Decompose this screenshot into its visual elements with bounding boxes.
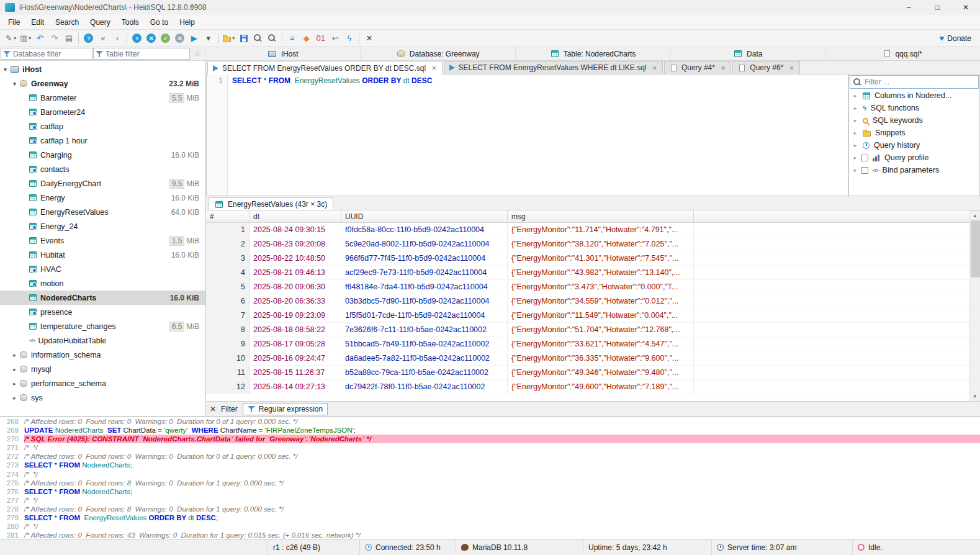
tree-item-hubitat[interactable]: Hubitat16.0 KiB bbox=[0, 248, 205, 262]
helper-item-sql-keywords[interactable]: ▸SQL keywords bbox=[849, 114, 979, 127]
cell-uuid[interactable]: b52a88cc-79ca-11f0-b5ae-0242ac110002 bbox=[341, 366, 508, 379]
cell-dt[interactable]: 2025-08-18 08:58:22 bbox=[249, 323, 341, 336]
cell-dt[interactable]: 2025-08-20 06:36:33 bbox=[249, 294, 341, 308]
chevron-right-icon[interactable]: ▸ bbox=[852, 155, 858, 161]
tree-item-events[interactable]: Events1.5MiB bbox=[0, 233, 205, 248]
find-text-button[interactable] bbox=[251, 31, 265, 46]
cell-row-number[interactable]: 9 bbox=[206, 337, 249, 351]
tree-item-sys[interactable]: ▸sys bbox=[0, 390, 205, 405]
tree-item-barometer[interactable]: Barometer5.5MiB bbox=[0, 91, 205, 105]
cell-uuid[interactable]: 5c9e20ad-8002-11f0-b5d9-0242ac110004 bbox=[341, 237, 508, 251]
tab-database-greenway[interactable]: Database: Greenway bbox=[360, 47, 515, 60]
helper-item-columns-in-nodered[interactable]: ▸Columns in Nodered... bbox=[849, 89, 979, 102]
tree-collapsed-icon[interactable]: ▸ bbox=[11, 395, 19, 401]
table-filter[interactable] bbox=[93, 48, 190, 60]
cell-msg[interactable]: {"EnergyMonitor":"11.549","Hotwater":"0.… bbox=[508, 309, 694, 322]
tree-item-updatehubitattable[interactable]: </>UpdateHubitatTable bbox=[0, 333, 205, 348]
cell-row-number[interactable]: 1 bbox=[206, 223, 249, 237]
query-tab-select-from-energyresetvalues-order-by-dt-desc-sql[interactable]: SELECT FROM EnergyResetValues ORDER BY d… bbox=[207, 61, 443, 74]
chevron-right-icon[interactable]: ▸ bbox=[852, 167, 858, 173]
cell-row-number[interactable]: 2 bbox=[206, 237, 249, 251]
helper-item-query-profile[interactable]: ▸Query profile bbox=[849, 151, 979, 164]
close-icon[interactable]: ✕ bbox=[951, 0, 980, 15]
tree-item-greenway[interactable]: ▾Greenway23.2 MiB bbox=[0, 76, 205, 91]
helper-filter-box[interactable] bbox=[850, 75, 979, 89]
goto-prev-button[interactable]: ‹ bbox=[110, 31, 124, 46]
cell-msg[interactable]: {"EnergyMonitor":"43.982","Hotwater":"13… bbox=[508, 266, 694, 279]
table-row[interactable]: 112025-08-15 11:26:37b52a88cc-79ca-11f0-… bbox=[206, 366, 969, 380]
cell-row-number[interactable]: 10 bbox=[206, 351, 249, 365]
cell-row-number[interactable]: 8 bbox=[206, 323, 249, 336]
replace-text-button[interactable] bbox=[265, 31, 279, 46]
tree-expanded-icon[interactable]: ▾ bbox=[1, 66, 9, 73]
menu-edit[interactable]: Edit bbox=[25, 16, 50, 29]
cell-dt[interactable]: 2025-08-17 09:05:28 bbox=[249, 337, 341, 351]
chevron-right-icon[interactable]: ▸ bbox=[852, 117, 858, 124]
checkbox-icon[interactable] bbox=[861, 167, 868, 174]
table-row[interactable]: 52025-08-20 09:06:30f648184e-7da4-11f0-b… bbox=[206, 280, 969, 294]
cell-dt[interactable]: 2025-08-22 10:48:50 bbox=[249, 251, 341, 265]
tree-item-presence[interactable]: presence bbox=[0, 305, 205, 319]
post-edits-button[interactable]: ✓ bbox=[158, 31, 173, 46]
tree-item-catflap[interactable]: catflap bbox=[0, 119, 205, 133]
tab-qqq-sql[interactable]: qqq.sql* bbox=[825, 47, 980, 60]
helper-filter-input[interactable] bbox=[865, 78, 975, 86]
cell-dt[interactable]: 2025-08-21 09:46:13 bbox=[249, 266, 341, 279]
chevron-right-icon[interactable]: ▸ bbox=[852, 130, 858, 136]
cell-dt[interactable]: 2025-08-15 11:26:37 bbox=[249, 366, 341, 379]
query-tab-select-from-energyresetvalues-where-dt-like-sql[interactable]: SELECT FROM EnergyResetValues WHERE dt L… bbox=[444, 61, 663, 74]
cell-uuid[interactable]: 966f6d77-7f45-11f0-b5d9-0242ac110004 bbox=[341, 251, 508, 265]
cell-uuid[interactable]: acf29ec9-7e73-11f0-b5d9-0242ac110004 bbox=[341, 266, 508, 279]
cell-uuid[interactable]: 7e3626f6-7c11-11f0-b5ae-0242ac110002 bbox=[341, 323, 508, 336]
tree-item-mysql[interactable]: ▸mysql bbox=[0, 362, 205, 376]
query-tab-query-6[interactable]: Query #6*✕ bbox=[732, 61, 799, 74]
tree-item-dailyenergychart[interactable]: DailyEnergyChart9.5MiB bbox=[0, 176, 205, 191]
minimize-icon[interactable]: – bbox=[894, 0, 923, 15]
table-row[interactable]: 102025-08-16 09:24:47da6adee5-7a82-11f0-… bbox=[206, 351, 969, 366]
cell-msg[interactable]: {"EnergyMonitor":"51.704","Hotwater":"12… bbox=[508, 323, 694, 336]
tree-item-noderedcharts[interactable]: NoderedCharts16.0 KiB bbox=[0, 291, 205, 305]
tree-item-energy[interactable]: Energy16.0 KiB bbox=[0, 191, 205, 205]
menu-file[interactable]: File bbox=[2, 16, 25, 29]
cell-dt[interactable]: 2025-08-16 09:24:47 bbox=[249, 351, 341, 365]
sql-editor[interactable]: 1 SELECT * FROM EnergyResetValues ORDER … bbox=[206, 74, 848, 196]
helper-item-sql-functions[interactable]: ▸ϟSQL functions bbox=[849, 102, 979, 114]
tree-item-hvac[interactable]: HVAC bbox=[0, 262, 205, 276]
checkbox-icon[interactable] bbox=[861, 155, 868, 161]
cell-row-number[interactable]: 4 bbox=[206, 266, 249, 279]
table-row[interactable]: 72025-08-19 09:23:091f5f5d01-7cde-11f0-b… bbox=[206, 309, 969, 323]
cell-uuid[interactable]: 1f5f5d01-7cde-11f0-b5d9-0242ac110004 bbox=[341, 309, 508, 322]
cell-dt[interactable]: 2025-08-24 09:30:15 bbox=[249, 223, 341, 237]
tree-expanded-icon[interactable]: ▾ bbox=[11, 81, 19, 87]
maximize-icon[interactable]: □ bbox=[923, 0, 951, 15]
print-button[interactable]: ▤ bbox=[61, 31, 76, 46]
helper-item-query-history[interactable]: ▸Query history bbox=[849, 139, 979, 151]
clear-log-button[interactable]: ✕ bbox=[362, 31, 376, 46]
cell-uuid[interactable]: f0fdc58a-80cc-11f0-b5d9-0242ac110004 bbox=[341, 223, 508, 237]
cell-msg[interactable]: {"EnergyMonitor":"34.559","Hotwater":"0.… bbox=[508, 294, 694, 308]
cell-uuid[interactable]: dc79422f-78f0-11f0-b5ae-0242ac110002 bbox=[341, 380, 508, 394]
cell-dt[interactable]: 2025-08-23 09:20:08 bbox=[249, 237, 341, 251]
table-filter-input[interactable] bbox=[106, 50, 187, 58]
favorites-star-icon[interactable]: ☆ bbox=[190, 47, 205, 60]
column-header-row-number[interactable]: # bbox=[206, 210, 249, 222]
close-tab-icon[interactable]: ✕ bbox=[721, 65, 726, 71]
redo-button[interactable]: ↷ bbox=[47, 31, 61, 46]
menu-search[interactable]: Search bbox=[50, 16, 84, 29]
tab-table-noderedcharts[interactable]: Table: NoderedCharts bbox=[515, 47, 670, 60]
cell-msg[interactable]: {"EnergyMonitor":"11.714","Hotwater":"4.… bbox=[508, 223, 694, 237]
tree-collapsed-icon[interactable]: ▸ bbox=[11, 381, 19, 387]
cell-msg[interactable]: {"EnergyMonitor":"3.473","Hotwater":"0.0… bbox=[508, 280, 694, 294]
cell-dt[interactable]: 2025-08-20 09:06:30 bbox=[249, 280, 341, 294]
cell-msg[interactable]: {"EnergyMonitor":"38.120","Hotwater":"7.… bbox=[508, 237, 694, 251]
cell-row-number[interactable]: 5 bbox=[206, 280, 249, 294]
tab-data[interactable]: Data bbox=[670, 47, 825, 60]
cell-uuid[interactable]: 03b3dbc5-7d90-11f0-b5d9-0242ac110004 bbox=[341, 294, 508, 308]
cell-uuid[interactable]: 51bbcad5-7b49-11f0-b5ae-0242ac110002 bbox=[341, 337, 508, 351]
tree-item-motion[interactable]: motion bbox=[0, 276, 205, 291]
column-header-dt[interactable]: dt bbox=[249, 210, 341, 222]
open-file-button[interactable]: ▾ bbox=[221, 31, 236, 46]
tree-item-contacts[interactable]: contacts bbox=[0, 162, 205, 176]
save-file-button[interactable] bbox=[236, 31, 251, 46]
helper-item-snippets[interactable]: ▸Snippets bbox=[849, 127, 979, 139]
